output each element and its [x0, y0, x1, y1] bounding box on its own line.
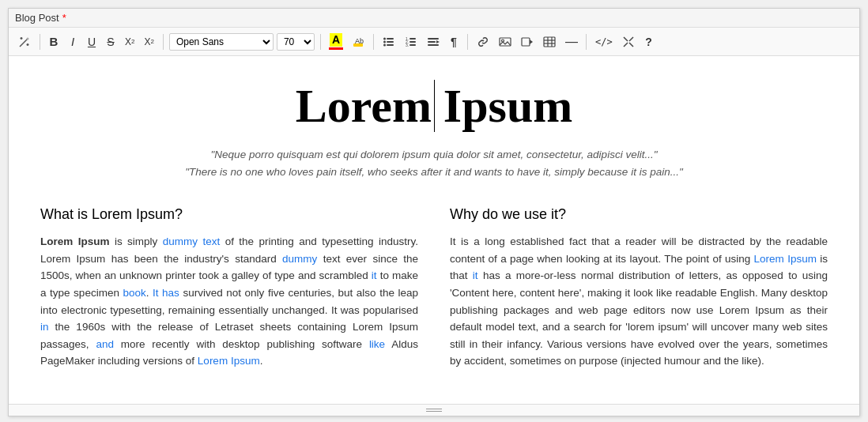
- maximize-button[interactable]: [619, 34, 638, 50]
- svg-rect-29: [544, 37, 555, 47]
- unordered-list-button[interactable]: [379, 34, 398, 50]
- image-button[interactable]: [496, 34, 515, 50]
- editor-container: Blog Post * B I U S X2 X2 Open Sans Aria…: [8, 8, 860, 416]
- svg-rect-16: [409, 38, 416, 40]
- svg-rect-22: [428, 41, 436, 43]
- link-button[interactable]: [474, 34, 492, 50]
- document-title: Blog Post: [15, 12, 59, 24]
- svg-rect-14: [387, 44, 394, 46]
- ordered-list-button[interactable]: 1. 2. 3.: [402, 34, 421, 50]
- align-button[interactable]: [424, 34, 443, 50]
- col1-heading: What is Lorem Ipsum?: [40, 204, 418, 225]
- magic-wand-button[interactable]: [15, 34, 34, 50]
- svg-marker-28: [530, 40, 533, 44]
- title-bar: Blog Post *: [9, 9, 859, 28]
- svg-rect-12: [387, 41, 394, 43]
- underline-button[interactable]: U: [84, 34, 100, 50]
- source-button[interactable]: </>: [592, 35, 616, 49]
- highlight-button[interactable]: Ab: [349, 34, 368, 50]
- subtitle-line1: "Neque porro quisquam est qui dolorem ip…: [40, 146, 828, 164]
- italic-button[interactable]: I: [65, 33, 81, 50]
- separator-5: [467, 34, 468, 50]
- font-size-select[interactable]: 70 8101214 16182436 486072: [277, 33, 315, 51]
- font-color-letter: A: [330, 33, 342, 47]
- help-button[interactable]: ?: [641, 34, 657, 50]
- table-button[interactable]: [540, 34, 559, 50]
- svg-line-36: [624, 43, 628, 47]
- superscript-button[interactable]: X2: [122, 35, 138, 49]
- column-2: Why do we use it? It is a long establish…: [450, 204, 828, 370]
- svg-point-9: [383, 37, 386, 40]
- separator-6: [586, 34, 587, 50]
- media-button[interactable]: [518, 34, 537, 50]
- font-color-button[interactable]: A: [326, 32, 345, 51]
- bold-button[interactable]: B: [46, 33, 62, 50]
- article-subtitle: "Neque porro quisquam est qui dolorem ip…: [40, 146, 828, 180]
- svg-line-0: [20, 40, 26, 47]
- svg-rect-10: [387, 38, 394, 40]
- svg-line-35: [629, 43, 633, 47]
- col1-bold-text: Lorem Ipsum: [40, 235, 109, 247]
- two-column-layout: What is Lorem Ipsum? Lorem Ipsum is simp…: [40, 204, 828, 370]
- col1-body: Lorem Ipsum is simply dummy text of the …: [40, 233, 418, 370]
- svg-text:Ab: Ab: [355, 37, 364, 45]
- hr-button[interactable]: —: [562, 33, 580, 51]
- svg-rect-27: [522, 38, 530, 46]
- col2-heading: Why do we use it?: [450, 204, 828, 225]
- svg-rect-20: [409, 44, 416, 46]
- svg-line-34: [624, 37, 628, 41]
- svg-rect-21: [428, 38, 439, 40]
- separator-2: [163, 34, 164, 50]
- svg-point-2: [27, 37, 29, 40]
- separator-3: [320, 34, 321, 50]
- svg-line-37: [629, 37, 633, 41]
- paragraph-button[interactable]: ¶: [446, 34, 462, 50]
- strikethrough-button[interactable]: S: [103, 34, 119, 50]
- unsaved-indicator: *: [62, 12, 66, 24]
- svg-rect-23: [428, 44, 439, 46]
- col2-body: It is a long established fact that a rea…: [450, 233, 828, 370]
- column-1: What is Lorem Ipsum? Lorem Ipsum is simp…: [40, 204, 418, 370]
- separator-4: [373, 34, 374, 50]
- editor-content[interactable]: Lorem Ipsum "Neque porro quisquam est qu…: [9, 56, 859, 404]
- separator-1: [40, 34, 40, 50]
- font-family-select[interactable]: Open Sans Arial Times New Roman: [169, 33, 274, 51]
- article-title: Lorem Ipsum: [40, 80, 828, 132]
- subtitle-line2: "There is no one who loves pain itself, …: [40, 164, 828, 181]
- svg-point-11: [383, 40, 386, 43]
- svg-marker-24: [436, 40, 440, 43]
- statusbar: [9, 404, 859, 416]
- subscript-button[interactable]: X2: [141, 35, 157, 49]
- svg-rect-18: [409, 41, 416, 43]
- svg-text:3.: 3.: [406, 43, 409, 47]
- svg-point-13: [383, 43, 386, 46]
- resize-handle[interactable]: [426, 407, 442, 413]
- toolbar: B I U S X2 X2 Open Sans Arial Times New …: [9, 28, 859, 56]
- font-color-underline: [329, 47, 343, 50]
